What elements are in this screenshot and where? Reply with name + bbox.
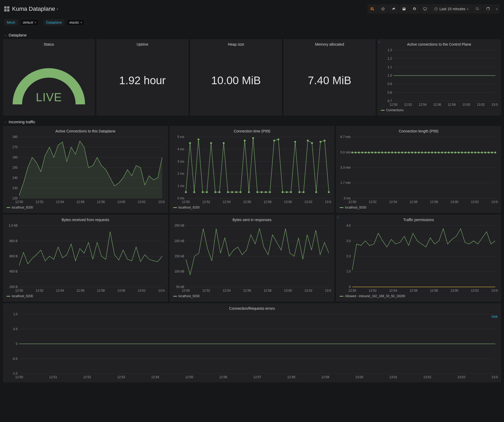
svg-text:0.5: 0.5 — [13, 327, 18, 331]
svg-point-163 — [481, 152, 483, 153]
svg-text:13:02: 13:02 — [138, 289, 146, 292]
svg-text:12:54: 12:54 — [419, 103, 427, 106]
svg-text:12:52: 12:52 — [202, 200, 210, 204]
panel-heap-title: Heap size — [193, 42, 279, 49]
svg-point-78 — [214, 191, 216, 193]
svg-point-125 — [355, 152, 356, 153]
panel-conn-time[interactable]: Connection time (P99) 0 ms1 ms2 ms3 ms4 … — [170, 126, 334, 213]
svg-point-94 — [282, 191, 284, 193]
svg-point-137 — [395, 152, 396, 153]
svg-text:12:50: 12:50 — [15, 200, 23, 204]
gauge-status: LIVE — [6, 49, 92, 113]
svg-point-147 — [428, 152, 430, 153]
svg-text:12:58: 12:58 — [430, 289, 438, 292]
svg-point-81 — [227, 191, 229, 193]
panel-active-dp[interactable]: Active Connections to this Dataplane 120… — [3, 126, 168, 213]
svg-text:0.7: 0.7 — [387, 99, 392, 103]
svg-text:-0.5: -0.5 — [12, 357, 18, 361]
legend-active-cp: Connections — [380, 107, 498, 113]
svg-text:13:04: 13:04 — [491, 200, 498, 204]
svg-text:12:50: 12:50 — [182, 289, 190, 292]
svg-text:160: 160 — [12, 156, 18, 159]
svg-point-162 — [478, 152, 480, 153]
svg-text:170: 170 — [12, 145, 18, 149]
svg-point-89 — [261, 191, 262, 193]
add-panel-button[interactable] — [368, 4, 377, 14]
share-button[interactable] — [388, 4, 398, 14]
svg-point-132 — [378, 152, 380, 153]
svg-point-101 — [311, 142, 313, 144]
caret-icon: ▾ — [35, 21, 36, 24]
svg-text:13:02: 13:02 — [304, 200, 312, 204]
svg-text:12:56: 12:56 — [243, 200, 251, 204]
svg-text:12:56: 12:56 — [433, 103, 441, 106]
svg-text:2 ms: 2 ms — [177, 172, 184, 175]
svg-text:12:54: 12:54 — [223, 200, 230, 204]
var-mesh-select[interactable]: default▾ — [20, 19, 39, 26]
svg-point-87 — [252, 137, 254, 139]
section-dataplane-header[interactable]: ⌄ Dataplane — [3, 31, 501, 39]
chart-errors: -1.0-0.500.51.012:5012:5112:5212:5312:54… — [6, 313, 498, 379]
svg-text:-1.0: -1.0 — [12, 372, 18, 375]
svg-text:130: 130 — [12, 186, 18, 190]
svg-point-83 — [235, 191, 237, 193]
svg-text:12:58: 12:58 — [448, 103, 456, 106]
svg-text:6.7 min: 6.7 min — [340, 135, 351, 139]
section-dataplane-title: Dataplane — [9, 33, 27, 37]
svg-text:180: 180 — [12, 135, 18, 139]
svg-text:13:04: 13:04 — [158, 200, 165, 204]
save-button[interactable] — [399, 4, 409, 14]
svg-point-167 — [495, 152, 496, 153]
svg-text:12:58: 12:58 — [430, 200, 438, 204]
svg-text:13:03: 13:03 — [457, 375, 465, 379]
svg-text:12:54: 12:54 — [223, 289, 230, 292]
svg-point-74 — [197, 138, 199, 140]
dashboard-title[interactable]: Kuma Dataplane ▾ — [12, 6, 58, 12]
svg-rect-0 — [371, 8, 372, 9]
time-caret-icon: ▾ — [467, 8, 468, 10]
panel-errors[interactable]: Connection/Requests errors -1.0-0.500.51… — [3, 303, 501, 382]
refresh-interval-button[interactable]: ▾ — [494, 4, 500, 14]
tv-mode-button[interactable] — [420, 4, 430, 14]
svg-text:1.1: 1.1 — [387, 65, 392, 69]
panel-status[interactable]: Status LIVE — [3, 39, 94, 115]
svg-point-146 — [424, 152, 426, 153]
svg-text:3.0: 3.0 — [346, 239, 351, 243]
chevron-down-icon: ⌄ — [4, 33, 7, 37]
panel-bytes-sent[interactable]: Bytes sent in responses 50 kB100 kB150 k… — [170, 215, 334, 301]
panel-heap[interactable]: Heap size 10.00 MiB — [190, 39, 282, 115]
svg-text:150: 150 — [12, 166, 18, 169]
svg-text:1.0 kB: 1.0 kB — [9, 224, 18, 227]
var-dataplane-select[interactable]: elastic▾ — [66, 19, 85, 26]
svg-text:12:57: 12:57 — [253, 375, 261, 379]
svg-text:13:00: 13:00 — [284, 289, 292, 292]
panel-bytes-recv[interactable]: Bytes received from requests 200 B400 B6… — [3, 215, 168, 301]
refresh-button[interactable] — [483, 4, 493, 14]
panel-conn-len-title: Connection length (P99) — [339, 129, 498, 135]
panel-traffic-perm[interactable]: i Traffic permissions 01.02.03.04.012:50… — [336, 215, 501, 301]
svg-text:13:02: 13:02 — [477, 103, 485, 106]
svg-point-153 — [448, 152, 450, 153]
svg-text:12:50: 12:50 — [15, 375, 23, 379]
panel-mem[interactable]: Memory allocated 7.40 MiB — [284, 39, 375, 115]
star-button[interactable] — [378, 4, 388, 14]
var-dataplane-label: Dataplane — [44, 19, 64, 26]
svg-point-151 — [441, 152, 443, 153]
settings-button[interactable] — [410, 4, 419, 14]
svg-text:150 kB: 150 kB — [174, 254, 184, 258]
svg-text:12:59: 12:59 — [321, 375, 329, 379]
svg-text:12:52: 12:52 — [83, 375, 91, 379]
svg-text:12:53: 12:53 — [117, 375, 125, 379]
zoom-out-button[interactable] — [472, 4, 482, 14]
topbar: Kuma Dataplane ▾ Last 15 minutes ▾ ▾ — [3, 3, 501, 17]
var-mesh-label: Mesh — [4, 19, 18, 26]
panel-active-cp[interactable]: i Active connections to the Control Plan… — [377, 39, 501, 115]
svg-text:12:54: 12:54 — [389, 200, 397, 204]
panel-uptime[interactable]: Uptime 1.92 hour — [97, 39, 188, 115]
svg-point-104 — [324, 140, 326, 142]
section-incoming-header[interactable]: ⌄ Incoming traffic — [3, 117, 501, 126]
svg-text:13:04: 13:04 — [325, 200, 331, 204]
panel-conn-len[interactable]: Connection length (P99) 0 ms1.7 min3.3 m… — [336, 126, 501, 213]
time-range-picker[interactable]: Last 15 minutes ▾ — [430, 4, 472, 14]
svg-text:13:02: 13:02 — [471, 200, 479, 204]
